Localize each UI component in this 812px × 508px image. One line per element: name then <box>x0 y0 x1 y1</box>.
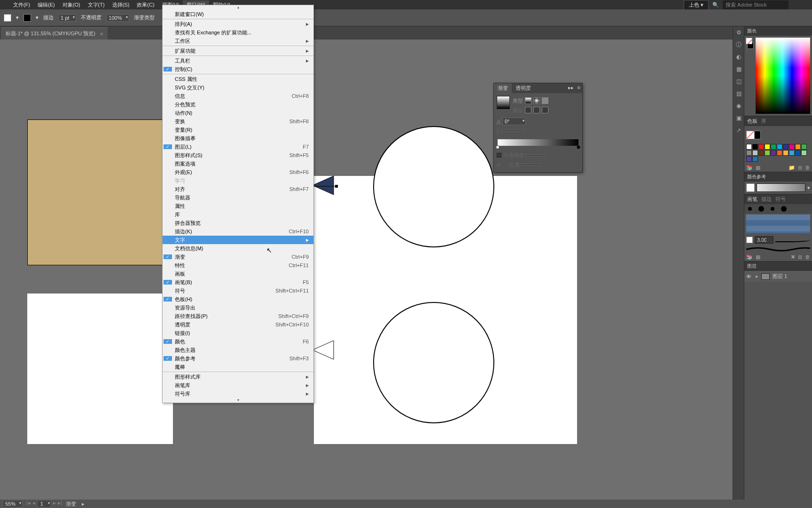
swatch[interactable] <box>771 150 776 156</box>
eyedropper-icon[interactable]: ✐ <box>497 162 501 168</box>
prev-artboard-icon[interactable]: ◂ <box>32 500 35 508</box>
dock-graphic-styles-icon[interactable]: ▣ <box>733 112 744 124</box>
dock-properties-icon[interactable]: ⚙ <box>733 26 744 39</box>
gradient-angle-input[interactable]: 0° <box>502 118 526 125</box>
menu-item[interactable]: 新建窗口(W) <box>163 10 313 18</box>
swatch-new-icon[interactable]: ⊞ <box>798 165 802 171</box>
menu-item[interactable]: ✓画笔(B)F5 <box>163 278 313 286</box>
swatch-menu-icon[interactable]: ▦ <box>756 165 760 171</box>
menu-item[interactable]: 符号库▶ <box>163 389 313 398</box>
status-dropdown-icon[interactable]: ▸ <box>82 501 85 507</box>
next-artboard-icon[interactable]: ▸ <box>53 500 56 508</box>
brush-new-icon[interactable]: ⊞ <box>798 254 802 260</box>
swatch[interactable] <box>789 144 795 150</box>
menu-item[interactable]: 库 <box>163 210 313 219</box>
brush-lib-icon[interactable]: 📚 <box>746 254 753 260</box>
brush-list[interactable] <box>746 214 810 233</box>
tab-swatches[interactable]: 色板 <box>747 118 757 125</box>
menu-item[interactable]: 魔棒 <box>163 363 313 371</box>
opacity-dropdown[interactable]: 100% <box>106 14 129 22</box>
swatch[interactable] <box>783 144 789 150</box>
menu-object[interactable]: 对象(O) <box>59 0 84 9</box>
swatch[interactable] <box>746 156 752 162</box>
search-input[interactable]: 搜索 Adobe Stock <box>723 0 789 9</box>
zoom-dropdown[interactable]: 55% <box>3 500 23 508</box>
gradient-stop-white[interactable] <box>496 145 500 149</box>
menu-item[interactable]: 资源导出 <box>163 303 313 312</box>
menu-item[interactable]: 变换Shift+F8 <box>163 117 313 126</box>
swatch[interactable] <box>795 144 801 150</box>
gradient-preview[interactable] <box>497 96 510 109</box>
gradient-freeform-icon[interactable] <box>542 97 548 104</box>
brush-caligraphy-preview[interactable] <box>746 246 810 252</box>
swatch-new-group-icon[interactable]: 📁 <box>789 165 795 171</box>
collapse-icon[interactable]: ▸▸ <box>566 83 576 93</box>
menu-item[interactable]: 画板 <box>163 270 313 278</box>
gradient-stop-black[interactable] <box>577 145 580 149</box>
menu-item[interactable]: 文档信息(M) <box>163 244 313 253</box>
stroke-swatch[interactable] <box>23 14 31 22</box>
colorguide-harmony[interactable] <box>757 183 805 192</box>
artwork-circle-top[interactable] <box>373 126 494 247</box>
menu-item[interactable]: ✓控制(C) <box>163 65 313 73</box>
dock-info-icon[interactable]: ⓘ <box>733 39 744 51</box>
brush-delete-icon[interactable]: 🗑 <box>805 254 810 260</box>
dock-libraries-icon[interactable]: ◐ <box>733 51 744 63</box>
menu-item[interactable]: 路径查找器(P)Shift+Ctrl+F9 <box>163 312 313 320</box>
swatch[interactable] <box>746 144 752 150</box>
artwork-circle-bottom[interactable] <box>373 302 494 423</box>
menu-scroll-up[interactable]: ▴ <box>163 5 313 10</box>
menu-item[interactable]: SVG 交互(Y) <box>163 83 313 92</box>
menu-item[interactable]: 描边(K)Ctrl+F10 <box>163 227 313 236</box>
menu-item[interactable]: 画笔库▶ <box>163 381 313 389</box>
tab-transparency[interactable]: 透明度 <box>512 83 535 93</box>
menu-text[interactable]: 文字(T) <box>84 0 109 9</box>
menu-item[interactable]: 链接(I) <box>163 329 313 337</box>
menu-item[interactable]: 排列(A)▶ <box>163 20 313 28</box>
menu-item[interactable]: ✓颜色参考Shift+F3 <box>163 354 313 363</box>
swatch[interactable] <box>752 144 758 150</box>
swatch[interactable] <box>789 150 795 156</box>
menu-item[interactable]: ✓颜色F6 <box>163 337 313 346</box>
menu-item[interactable]: 信息Ctrl+F8 <box>163 92 313 100</box>
swatch-lib-icon[interactable]: 📚 <box>746 165 753 171</box>
panel-color-header[interactable]: 颜色 <box>744 26 812 36</box>
stop-opacity-input[interactable] <box>526 154 545 156</box>
tab-symbols[interactable]: 符号 <box>775 196 786 203</box>
swatch[interactable] <box>795 150 801 156</box>
brush-options-icon[interactable]: ▦ <box>756 254 760 260</box>
menu-effect[interactable]: 效果(C) <box>133 0 158 9</box>
menu-item[interactable]: 工具栏▶ <box>163 56 313 65</box>
menu-item[interactable]: CSS 属性 <box>163 75 313 83</box>
dock-transform-icon[interactable]: ▤ <box>733 87 744 100</box>
brush-remove-icon[interactable]: ✖ <box>791 254 795 260</box>
artboard-number-input[interactable]: 1 <box>37 500 51 508</box>
stroke-grad-1[interactable] <box>525 107 531 113</box>
colorguide-base[interactable] <box>746 183 755 192</box>
artwork-triangle-2[interactable] <box>312 341 341 364</box>
artwork-triangle[interactable] <box>312 176 341 199</box>
menu-item[interactable]: 属性 <box>163 202 313 210</box>
menu-file[interactable]: 文件(F) <box>9 0 34 9</box>
panel-color-guide-header[interactable]: 颜色参考 <box>744 172 812 182</box>
swatch[interactable] <box>758 144 764 150</box>
stroke-grad-3[interactable] <box>542 107 548 113</box>
menu-item[interactable]: 工作区▶ <box>163 37 313 45</box>
dock-align-icon[interactable]: ▦ <box>733 63 744 75</box>
stop-color-swatch[interactable] <box>497 153 501 158</box>
stroke-weight-dropdown[interactable]: 1 pt <box>58 14 76 22</box>
tab-stroke[interactable]: 描边 <box>761 196 772 203</box>
menu-item[interactable]: 符号Shift+Ctrl+F11 <box>163 286 313 295</box>
chevron-right-icon[interactable]: ▸ <box>756 273 758 279</box>
swatch[interactable] <box>765 150 770 156</box>
dock-appearance-icon[interactable]: ◉ <box>733 100 744 112</box>
swatch[interactable] <box>752 156 758 162</box>
swatch[interactable] <box>746 150 752 156</box>
swatch-fill-proxy[interactable] <box>746 131 755 139</box>
menu-item[interactable]: 透明度Shift+Ctrl+F10 <box>163 320 313 329</box>
visibility-icon[interactable]: 👁 <box>746 274 753 279</box>
paint-mode-button[interactable]: 上色 ▾ <box>684 0 709 10</box>
menu-item[interactable]: 动作(N) <box>163 109 313 117</box>
brush-size-input[interactable] <box>755 236 773 244</box>
swatch[interactable] <box>765 144 770 150</box>
